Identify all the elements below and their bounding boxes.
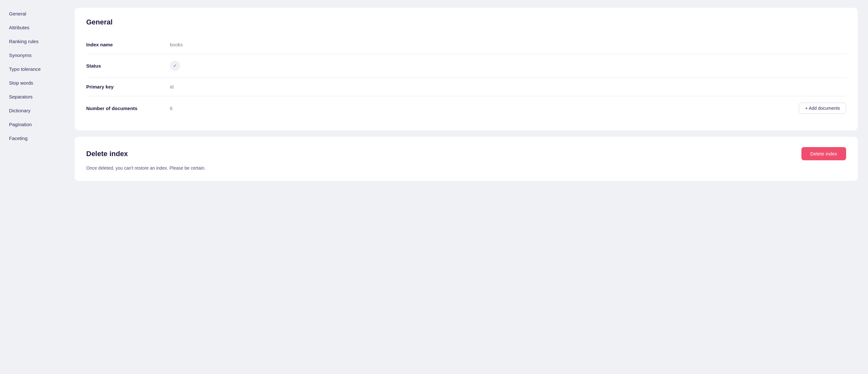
status-row: Status ✓	[86, 54, 846, 78]
sidebar-item-stop-words[interactable]: Stop words	[3, 76, 62, 89]
general-card: General Index name books Status ✓ Primar…	[75, 8, 858, 131]
sidebar-item-separators[interactable]: Separators	[3, 90, 62, 103]
sidebar-item-typo-tolerance[interactable]: Typo tolerance	[3, 62, 62, 76]
delete-description: Once deleted, you can't restore an index…	[86, 166, 846, 171]
delete-card: Delete index Delete index Once deleted, …	[75, 137, 858, 181]
sidebar-item-synonyms[interactable]: Synonyms	[3, 49, 62, 62]
add-documents-button[interactable]: + Add documents	[799, 103, 846, 114]
index-name-row: Index name books	[86, 35, 846, 54]
sidebar-item-dictionary[interactable]: Dictionary	[3, 104, 62, 117]
sidebar-item-general[interactable]: General	[3, 7, 62, 20]
status-badge: ✓	[170, 60, 180, 71]
status-label: Status	[86, 63, 170, 68]
primary-key-row: Primary key id	[86, 78, 846, 96]
add-documents-action: + Add documents	[799, 103, 846, 114]
sidebar: General Attributes Ranking rules Synonym…	[0, 0, 64, 374]
sidebar-item-attributes[interactable]: Attributes	[3, 21, 62, 34]
num-documents-row: Number of documents 6 + Add documents	[86, 96, 846, 120]
num-documents-value: 6	[170, 106, 799, 111]
delete-card-title: Delete index	[86, 150, 128, 158]
index-name-value: books	[170, 42, 846, 47]
index-name-label: Index name	[86, 42, 170, 47]
sidebar-item-ranking-rules[interactable]: Ranking rules	[3, 35, 62, 48]
delete-card-header: Delete index Delete index	[86, 147, 846, 160]
main-content: General Index name books Status ✓ Primar…	[64, 0, 868, 374]
delete-index-button[interactable]: Delete index	[801, 147, 846, 160]
status-value: ✓	[170, 60, 846, 71]
primary-key-label: Primary key	[86, 84, 170, 89]
sidebar-item-faceting[interactable]: Faceting	[3, 132, 62, 145]
general-card-title: General	[86, 18, 846, 26]
num-documents-label: Number of documents	[86, 106, 170, 111]
sidebar-item-pagination[interactable]: Pagination	[3, 118, 62, 131]
primary-key-value: id	[170, 84, 846, 89]
